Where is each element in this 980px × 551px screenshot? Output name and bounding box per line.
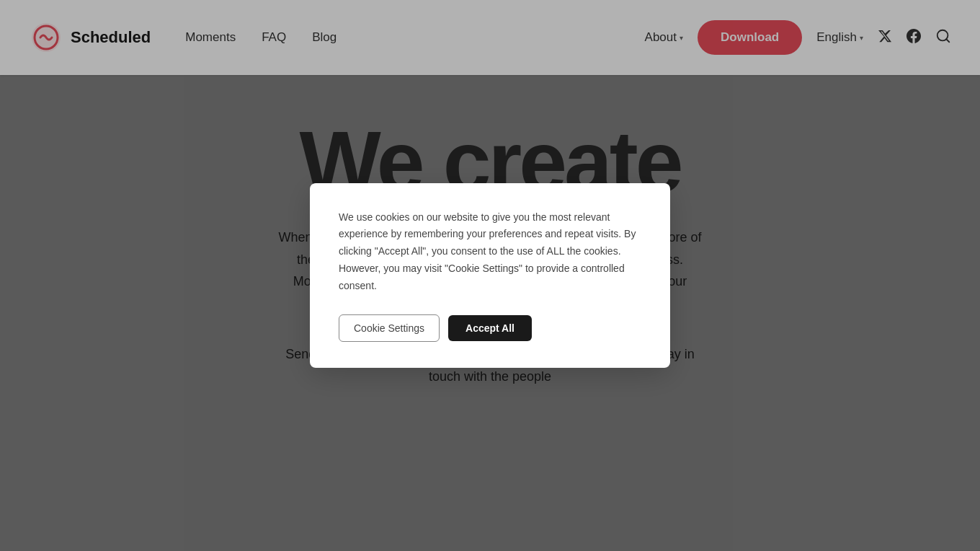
cookie-body-text: We use cookies on our website to give yo… <box>339 209 641 295</box>
accept-all-button[interactable]: Accept All <box>448 315 532 341</box>
cookie-modal-overlay: We use cookies on our website to give yo… <box>0 0 980 551</box>
cookie-buttons: Cookie Settings Accept All <box>339 314 641 342</box>
cookie-settings-button[interactable]: Cookie Settings <box>339 314 440 342</box>
cookie-modal: We use cookies on our website to give yo… <box>310 183 670 369</box>
